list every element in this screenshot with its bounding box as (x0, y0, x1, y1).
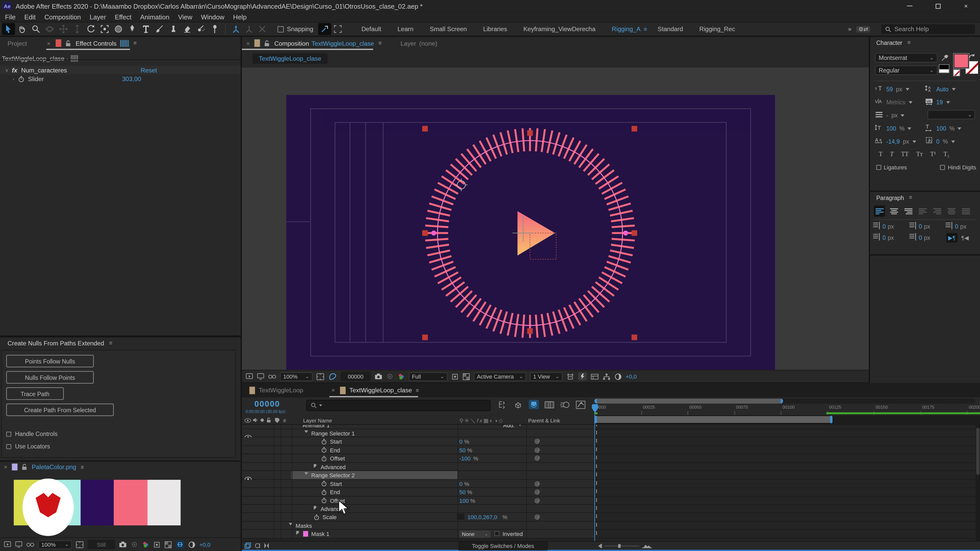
pen-tool-icon[interactable] (126, 23, 138, 35)
twirl-closed-icon[interactable] (296, 531, 299, 535)
timeline-row-offset[interactable]: Offset-100%@I (242, 454, 976, 463)
timeline-row-advanced[interactable]: AdvancedI (242, 505, 976, 513)
font-style-dropdown[interactable]: Regular⌄ (875, 65, 938, 75)
snapshot-camera-icon[interactable] (119, 541, 127, 548)
animator-add-label[interactable]: Add: (503, 425, 514, 428)
pixel-aspect-icon[interactable] (176, 540, 184, 548)
expression-icon[interactable]: @ (535, 489, 540, 495)
trace-path-button[interactable]: Trace Path (6, 387, 64, 400)
time-navigator-track[interactable] (594, 399, 976, 403)
char-value[interactable]: - (886, 112, 888, 119)
workspace-overflow-icon[interactable]: » (848, 25, 852, 32)
no-fill-small-swatch[interactable] (953, 69, 960, 76)
timeline-timecode[interactable]: 00000 (255, 399, 280, 409)
timeline-row-start[interactable]: Start0%@I (242, 437, 976, 446)
graph-editor-icon[interactable] (576, 400, 586, 409)
property-value[interactable]: 0 (460, 439, 463, 445)
zoom-tool-icon[interactable] (29, 23, 42, 35)
direction-rtl-button[interactable]: ¶◀ (959, 233, 970, 242)
align-right-button[interactable] (902, 206, 914, 217)
region-of-interest-icon[interactable] (451, 373, 458, 380)
footage-zoom-dropdown[interactable]: 100%⌄ (38, 540, 72, 549)
tab-effect-controls[interactable]: Effect Controls (76, 40, 116, 47)
property-value[interactable]: 100,0,267,0 (468, 514, 497, 521)
draft-3d-icon[interactable] (513, 400, 523, 409)
comp-viewer[interactable] (242, 67, 869, 370)
subscript-button[interactable]: T₁ (943, 151, 950, 157)
expression-icon[interactable]: @ (535, 438, 540, 445)
mask-mode-dropdown[interactable]: None⌄ (460, 530, 490, 538)
panel-menu-icon[interactable]: ≡ (134, 40, 137, 46)
transparency-grid-icon[interactable] (164, 541, 172, 548)
property-value[interactable]: 0 (460, 481, 463, 487)
justify-all-button[interactable] (960, 206, 971, 217)
safe-guides-icon[interactable] (316, 373, 325, 380)
faux-italic-button[interactable]: T (890, 151, 894, 157)
dropdown-arrow-icon[interactable] (958, 127, 962, 130)
mask-inverted-checkbox[interactable] (494, 531, 500, 536)
pan-behind-tool-icon[interactable] (98, 23, 111, 35)
row-label[interactable]: Offset (330, 456, 345, 462)
world-axis-mode-icon[interactable] (242, 23, 256, 35)
channels-icon[interactable] (142, 541, 149, 548)
menu-window[interactable]: Window (201, 13, 224, 21)
timeline-row-start[interactable]: Start0%@I (242, 480, 976, 488)
show-snapshot-icon[interactable] (130, 541, 138, 548)
stopwatch-icon[interactable] (321, 497, 327, 503)
comp-flowchart-icon[interactable] (603, 373, 611, 380)
stroke-color-swatch[interactable] (939, 64, 950, 73)
type-tool-icon[interactable] (139, 23, 152, 35)
dropdown-arrow-icon[interactable] (908, 101, 912, 103)
row-label[interactable]: Advanced (321, 464, 345, 470)
in-out-columns-icon[interactable] (263, 542, 270, 549)
work-area-bar[interactable] (594, 416, 832, 424)
panel-menu-icon[interactable]: ≡ (81, 464, 84, 470)
comp-view-dropdown[interactable]: 1 View⌄ (530, 372, 563, 381)
workspace-tab-learn[interactable]: Learn (390, 25, 422, 32)
tab-project[interactable]: Project (7, 40, 27, 47)
justify-last-center-button[interactable] (931, 206, 942, 217)
char-value[interactable]: -14,9 (886, 138, 900, 145)
expression-icon[interactable]: @ (535, 497, 540, 503)
char-value[interactable]: 100 (936, 125, 946, 132)
transparency-grid-icon[interactable] (463, 373, 470, 380)
tab-composition-name[interactable]: TextWiggleLoop_clase (312, 40, 374, 47)
property-value[interactable]: -100 (460, 456, 471, 462)
font-family-dropdown[interactable]: Montserrat⌄ (875, 53, 938, 62)
region-of-interest-icon[interactable] (153, 541, 161, 548)
close-panel-icon[interactable]: × (246, 40, 250, 47)
character-panel-title[interactable]: Character (876, 39, 902, 46)
comp-breadcrumb[interactable]: TextWiggleLoop_clase (252, 53, 328, 64)
row-label[interactable]: Start (330, 439, 342, 445)
para-value[interactable]: 0 (955, 223, 958, 230)
display-icon[interactable] (15, 541, 22, 548)
stopwatch-icon[interactable] (313, 514, 319, 520)
stereo-glasses-icon[interactable] (268, 373, 277, 380)
timeline-row-range-selector-1[interactable]: Range Selector 1I (242, 429, 976, 437)
indent-right-field[interactable]: 0px (873, 233, 894, 241)
show-snapshot-icon[interactable] (386, 373, 393, 380)
panel-menu-icon[interactable]: ≡ (109, 340, 112, 346)
always-preview-icon[interactable] (4, 541, 11, 548)
shy-layers-icon[interactable] (529, 400, 539, 409)
expression-icon[interactable]: @ (535, 447, 540, 453)
timeline-row-scale[interactable]: Scale100,0,267,0%@I (242, 513, 976, 522)
expression-icon[interactable]: @ (535, 455, 540, 461)
tab-composition-prefix[interactable]: Composition (274, 40, 309, 47)
flatten-icon[interactable] (566, 373, 574, 380)
twirl-closed-icon[interactable] (313, 464, 316, 468)
dropdown-arrow-icon[interactable] (912, 140, 916, 143)
safe-guides-icon[interactable] (76, 541, 84, 548)
property-value[interactable]: 100 (460, 498, 469, 504)
fill-color-swatch[interactable] (954, 54, 969, 68)
close-panel-icon[interactable]: × (4, 464, 7, 470)
timeline-row-offset[interactable]: Offset100%@I (242, 496, 976, 505)
char-value[interactable]: 19 (936, 99, 943, 106)
stopwatch-icon[interactable] (321, 489, 327, 495)
menu-file[interactable]: File (5, 13, 16, 21)
twirl-open-icon[interactable] (304, 472, 308, 475)
para-value[interactable]: 0 (883, 234, 886, 241)
stopwatch-icon[interactable] (18, 75, 24, 82)
brush-tool-icon[interactable] (153, 23, 166, 35)
stopwatch-icon[interactable] (321, 481, 327, 487)
